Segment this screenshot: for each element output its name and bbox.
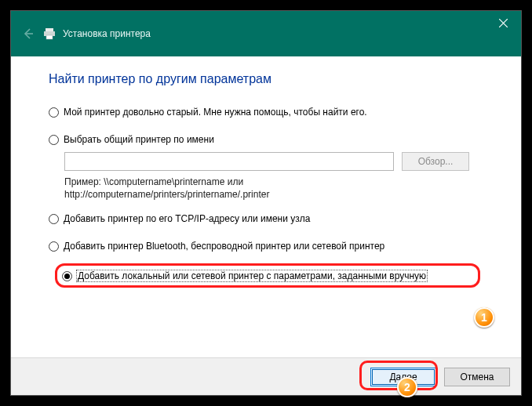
label-old-printer: Мой принтер довольно старый. Мне нужна п… <box>64 107 367 118</box>
annotation-marker-2: 2 <box>397 377 417 397</box>
radio-old-printer[interactable] <box>49 107 59 118</box>
radio-tcpip[interactable] <box>49 214 59 224</box>
back-button <box>20 26 36 42</box>
option-old-printer[interactable]: Мой принтер довольно старый. Мне нужна п… <box>49 107 483 118</box>
highlight-box-1: Добавить локальный или сетевой принтер с… <box>55 263 480 288</box>
close-icon <box>499 19 508 27</box>
dialog-body: Найти принтер по другим параметрам Мой п… <box>11 56 521 357</box>
option-tcpip[interactable]: Добавить принтер по его TCP/IP-адресу ил… <box>49 213 483 225</box>
label-shared-printer: Выбрать общий принтер по имени <box>64 134 214 146</box>
browse-button: Обзор... <box>402 152 469 171</box>
page-heading: Найти принтер по другим параметрам <box>49 72 483 86</box>
radio-local[interactable] <box>62 271 72 281</box>
label-bluetooth: Добавить принтер Bluetooth, беспроводной… <box>64 241 384 252</box>
example-text: Пример: \\computername\printername или h… <box>64 176 483 201</box>
cancel-button[interactable]: Отмена <box>444 368 510 386</box>
dialog-footer: Далее Отмена <box>11 357 521 395</box>
option-local[interactable]: Добавить локальный или сетевой принтер с… <box>62 270 473 282</box>
label-tcpip: Добавить принтер по его TCP/IP-адресу ил… <box>64 213 310 225</box>
arrow-left-icon <box>22 27 35 40</box>
shared-name-row: Обзор... <box>64 152 483 171</box>
shared-name-input[interactable] <box>64 152 394 171</box>
option-bluetooth[interactable]: Добавить принтер Bluetooth, беспроводной… <box>49 241 483 252</box>
printer-icon <box>42 27 56 41</box>
dialog-title: Установка принтера <box>63 28 151 39</box>
close-button[interactable] <box>485 11 521 34</box>
add-printer-dialog: Установка принтера Найти принтер по друг… <box>10 10 522 396</box>
option-shared-printer[interactable]: Выбрать общий принтер по имени <box>49 134 483 146</box>
svg-rect-0 <box>46 28 53 31</box>
svg-rect-2 <box>46 35 53 39</box>
annotation-marker-1: 1 <box>474 307 494 328</box>
titlebar: Установка принтера <box>11 11 521 56</box>
label-local: Добавить локальный или сетевой принтер с… <box>77 270 428 282</box>
radio-shared-printer[interactable] <box>49 135 59 145</box>
radio-bluetooth[interactable] <box>49 241 59 252</box>
